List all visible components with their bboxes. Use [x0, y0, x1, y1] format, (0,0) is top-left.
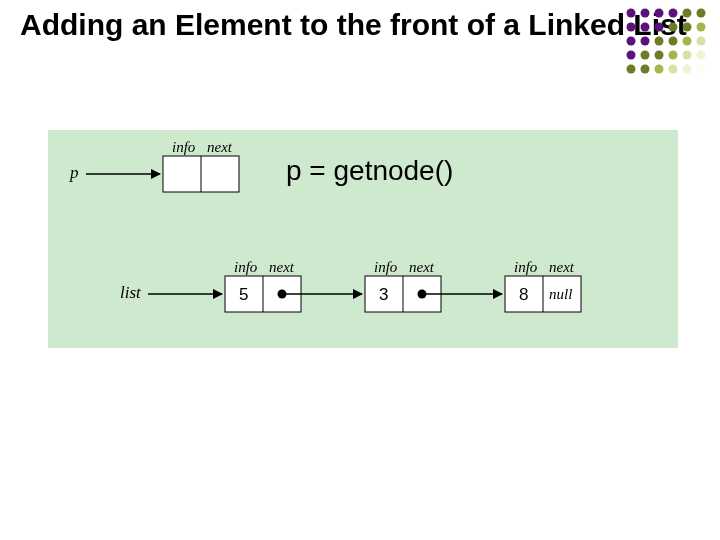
node1-info-label: info: [374, 259, 398, 275]
svg-point-17: [697, 37, 706, 46]
pointer-list-label: list: [120, 283, 142, 302]
svg-point-19: [641, 51, 650, 60]
node2-info: 8: [519, 285, 528, 304]
svg-point-8: [655, 23, 664, 32]
svg-point-3: [669, 9, 678, 18]
node0-info-label: info: [234, 259, 258, 275]
svg-point-9: [669, 23, 678, 32]
decoration-dots: [624, 6, 708, 76]
svg-point-22: [683, 51, 692, 60]
svg-point-25: [641, 65, 650, 74]
svg-point-0: [627, 9, 636, 18]
svg-point-4: [683, 9, 692, 18]
svg-point-1: [641, 9, 650, 18]
new-node-info-label: info: [172, 139, 196, 155]
svg-point-2: [655, 9, 664, 18]
svg-point-10: [683, 23, 692, 32]
svg-point-18: [627, 51, 636, 60]
node1-next-label: next: [409, 259, 435, 275]
code-line: p = getnode(): [286, 155, 453, 186]
diagram-panel: p info next p = getnode() list info next…: [48, 130, 678, 348]
node2-info-label: info: [514, 259, 538, 275]
svg-point-11: [697, 23, 706, 32]
svg-point-13: [641, 37, 650, 46]
svg-point-23: [697, 51, 706, 60]
slide-title: Adding an Element to the front of a Link…: [20, 6, 687, 44]
svg-point-15: [669, 37, 678, 46]
node2-null: null: [549, 286, 572, 302]
svg-point-7: [641, 23, 650, 32]
svg-point-12: [627, 37, 636, 46]
svg-point-24: [627, 65, 636, 74]
svg-point-27: [669, 65, 678, 74]
svg-point-28: [683, 65, 692, 74]
node2-next-label: next: [549, 259, 575, 275]
svg-point-5: [697, 9, 706, 18]
pointer-p-label: p: [69, 163, 79, 182]
svg-point-6: [627, 23, 636, 32]
svg-point-29: [697, 65, 706, 74]
svg-point-16: [683, 37, 692, 46]
new-node-next-label: next: [207, 139, 233, 155]
node0-next-label: next: [269, 259, 295, 275]
svg-point-14: [655, 37, 664, 46]
svg-point-21: [669, 51, 678, 60]
node1-info: 3: [379, 285, 388, 304]
svg-point-26: [655, 65, 664, 74]
svg-point-20: [655, 51, 664, 60]
node0-info: 5: [239, 285, 248, 304]
